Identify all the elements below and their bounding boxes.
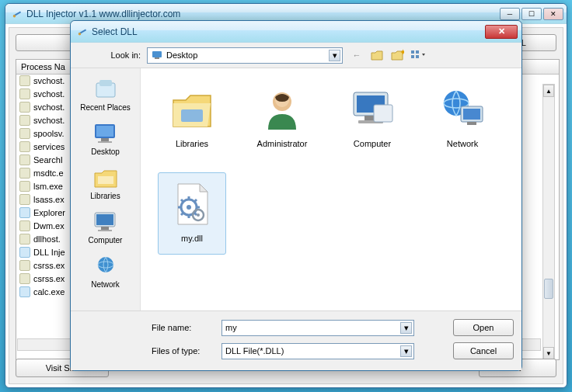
file-label: my.dll	[181, 234, 203, 243]
process-icon	[19, 260, 30, 271]
process-icon	[19, 102, 30, 113]
place-label: Desktop	[91, 147, 120, 156]
file-item-user[interactable]: Administrator	[248, 78, 316, 160]
file-area[interactable]: LibrariesAdministratorComputerNetworkmy.…	[141, 68, 521, 310]
dropdown-arrow-icon[interactable]: ▾	[329, 50, 340, 61]
file-label: Network	[447, 139, 478, 148]
file-name-input[interactable]: my ▾	[221, 320, 414, 336]
view-menu-icon[interactable]	[410, 47, 425, 63]
place-label: Network	[91, 280, 120, 289]
scroll-thumb[interactable]	[544, 279, 553, 299]
back-icon[interactable]: ←	[349, 47, 364, 63]
file-type-combo[interactable]: DLL File(*.DLL) ▾	[221, 343, 414, 359]
process-icon	[19, 168, 30, 179]
places-bar: Recent PlacesDesktopLibrariesComputerNet…	[71, 68, 141, 310]
svg-rect-35	[463, 109, 480, 120]
svg-point-1	[13, 14, 16, 17]
scroll-up-icon[interactable]: ▲	[543, 85, 554, 97]
look-in-label: Look in:	[77, 50, 141, 60]
file-label: Administrator	[257, 139, 308, 148]
maximize-button[interactable]: ☐	[521, 8, 542, 20]
svg-rect-20	[101, 227, 109, 230]
file-type-value: DLL File(*.DLL)	[225, 346, 284, 356]
file-item-network[interactable]: Network	[428, 78, 497, 160]
process-icon	[19, 115, 30, 126]
svg-rect-31	[374, 105, 392, 122]
file-item-libraries[interactable]: Libraries	[158, 78, 226, 160]
recent-icon	[92, 77, 120, 102]
process-name: Explorer	[33, 208, 65, 217]
svg-rect-5	[155, 57, 159, 59]
process-icon	[19, 207, 30, 218]
process-icon	[19, 234, 30, 245]
process-icon	[19, 88, 30, 99]
svg-point-22	[98, 257, 113, 272]
svg-rect-16	[98, 141, 112, 143]
desktop-icon	[151, 49, 163, 61]
process-icon	[19, 141, 30, 152]
dropdown-arrow-icon[interactable]: ▾	[400, 345, 412, 357]
process-name: DLL Inje	[33, 248, 65, 257]
look-in-combo[interactable]: Desktop ▾	[147, 47, 343, 64]
svg-point-40	[197, 213, 200, 217]
main-window-title: DLL Injector v1.1 www.dllinjector.com	[26, 9, 500, 19]
svg-rect-36	[467, 122, 476, 125]
svg-point-38	[187, 205, 191, 210]
network-icon	[92, 254, 120, 279]
file-item-dll[interactable]: my.dll	[158, 172, 226, 255]
file-name-value: my	[225, 323, 237, 332]
process-name: calc.exe	[33, 287, 65, 297]
user-icon	[257, 85, 307, 134]
window-controls: ─ ☐ ✕	[500, 8, 567, 20]
process-name: svchost.	[33, 76, 65, 85]
place-item-recent[interactable]: Recent Places	[75, 73, 136, 116]
svg-point-3	[78, 32, 82, 35]
up-folder-icon[interactable]	[369, 47, 385, 63]
dialog-title: Select DLL	[92, 26, 485, 37]
dialog-icon	[77, 26, 88, 37]
dll-icon	[167, 179, 217, 229]
network-icon	[438, 85, 487, 134]
dropdown-arrow-icon[interactable]: ▾	[400, 322, 412, 334]
process-name: SearchI	[33, 155, 63, 165]
look-in-row: Look in: Desktop ▾ ← ✦	[71, 43, 521, 68]
new-folder-icon[interactable]: ✦	[389, 47, 405, 63]
svg-rect-14	[96, 126, 113, 137]
place-label: Libraries	[90, 192, 120, 200]
process-name: svchost.	[33, 102, 65, 112]
dialog-titlebar[interactable]: Select DLL ✕	[71, 21, 521, 43]
place-item-network[interactable]: Network	[75, 250, 136, 293]
svg-rect-9	[411, 55, 414, 58]
process-icon	[19, 194, 30, 205]
open-button[interactable]: Open	[453, 319, 514, 336]
place-item-computer[interactable]: Computer	[75, 206, 136, 248]
process-name: spoolsv.	[33, 129, 65, 138]
svg-rect-24	[181, 109, 203, 122]
file-name-label: File name:	[152, 323, 215, 332]
scroll-down-icon[interactable]: ▼	[543, 347, 554, 359]
file-type-label: Files of type:	[152, 346, 215, 356]
file-item-computer[interactable]: Computer	[338, 78, 406, 160]
process-name: svchost.	[33, 116, 65, 125]
place-item-libraries[interactable]: Libraries	[75, 161, 136, 204]
process-name: lsm.exe	[33, 182, 63, 191]
dialog-close-button[interactable]: ✕	[485, 25, 518, 39]
process-name: Dwm.ex	[33, 221, 65, 231]
place-item-desktop[interactable]: Desktop	[75, 117, 136, 160]
libraries-icon	[92, 165, 120, 190]
process-icon	[19, 220, 30, 231]
process-icon	[19, 273, 30, 284]
file-label: Computer	[354, 139, 391, 148]
process-name: msdtc.e	[33, 168, 64, 178]
svg-rect-15	[101, 138, 109, 141]
desktop-icon	[92, 121, 120, 146]
vertical-scrollbar[interactable]: ▲ ▼	[542, 84, 555, 360]
cancel-button[interactable]: Cancel	[453, 342, 514, 359]
process-icon	[19, 286, 30, 297]
close-button[interactable]: ✕	[543, 8, 563, 20]
process-icon	[19, 247, 30, 258]
svg-rect-19	[96, 214, 113, 225]
computer-icon	[347, 85, 397, 134]
minimize-button[interactable]: ─	[500, 8, 520, 20]
process-icon	[19, 75, 30, 86]
